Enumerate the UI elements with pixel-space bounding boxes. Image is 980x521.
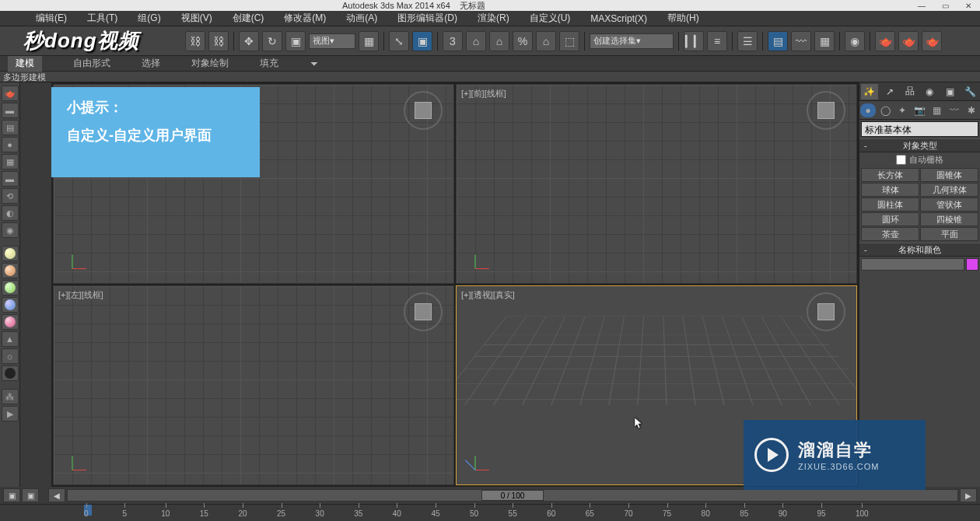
viewcube-top[interactable]: [404, 91, 443, 130]
vp-left-label[interactable]: [+][左][线框]: [58, 289, 103, 301]
viewcube-front[interactable]: [807, 91, 845, 130]
menu-maxscript[interactable]: MAXScript(X): [583, 13, 655, 24]
primitive-tube-icon[interactable]: [2, 297, 19, 313]
snap-options-button[interactable]: ⬚: [559, 31, 579, 51]
tab-objectpaint[interactable]: 对象绘制: [191, 57, 229, 70]
geometry-icon[interactable]: ●: [860, 103, 876, 117]
spacewarps-icon[interactable]: 〰: [947, 103, 962, 117]
sphere-button[interactable]: 球体: [861, 183, 919, 197]
render-setup-button[interactable]: 🫖: [875, 31, 895, 51]
utilities-tab-icon[interactable]: 🔧: [961, 84, 978, 100]
link-button[interactable]: ⛓: [185, 31, 205, 51]
curveeditor-button[interactable]: 〰: [791, 31, 811, 51]
menu-views[interactable]: 视图(V): [173, 12, 220, 25]
box-preset-icon[interactable]: ▬: [2, 103, 19, 118]
time-slider-track[interactable]: 0 / 100: [67, 489, 958, 502]
helpers-icon[interactable]: ▦: [929, 103, 945, 117]
modify-tab-icon[interactable]: ↗: [881, 84, 898, 100]
layer-manager-button[interactable]: ☰: [737, 31, 758, 51]
rollout-name-color[interactable]: 名称和颜色: [859, 243, 980, 257]
menu-help[interactable]: 帮助(H): [660, 12, 707, 25]
menu-grapheditors[interactable]: 图形编辑器(D): [390, 12, 465, 25]
select-window-button[interactable]: ▣: [412, 31, 432, 51]
cone-button[interactable]: 圆锥体: [920, 168, 978, 182]
motion-tab-icon[interactable]: ◉: [921, 84, 938, 100]
lights-icon[interactable]: ✦: [894, 103, 910, 117]
menu-group[interactable]: 组(G): [130, 12, 168, 25]
primitive-torus-icon[interactable]: [2, 314, 19, 330]
teapot-button[interactable]: 茶壶: [861, 227, 919, 241]
paint-preset-icon[interactable]: ⟲: [2, 188, 19, 204]
schematic-button[interactable]: ▦: [814, 31, 835, 51]
menu-edit[interactable]: 编辑(E): [28, 12, 75, 25]
cylinder-preset-icon[interactable]: ▤: [2, 120, 19, 135]
display-tab-icon[interactable]: ▣: [941, 84, 958, 100]
primitive-pyramid-icon[interactable]: ▲: [2, 331, 19, 347]
teapot-preset-icon[interactable]: 🫖: [2, 86, 19, 101]
align-button[interactable]: ≡: [707, 31, 727, 51]
spinner-snap-button[interactable]: %: [513, 31, 533, 51]
plane-preset-icon[interactable]: ▬: [2, 171, 19, 187]
ref-coord-dropdown[interactable]: 视图 ▾: [309, 33, 355, 49]
select-manipulate-button[interactable]: ⤡: [389, 31, 409, 51]
vp-persp-label[interactable]: [+][透视][真实]: [461, 289, 515, 301]
select-scale-button[interactable]: ▣: [285, 31, 306, 51]
menu-rendering[interactable]: 渲染(R): [470, 12, 517, 25]
primitive-geo-icon[interactable]: [2, 280, 19, 295]
category-dropdown[interactable]: 标准基本体: [861, 121, 978, 137]
menu-tools[interactable]: 工具(T): [79, 12, 125, 25]
named-selection-set[interactable]: 创建选择集 ▾: [590, 33, 674, 49]
mirror-button[interactable]: ▎▎: [684, 31, 704, 51]
unlink-button[interactable]: ⛓: [208, 31, 229, 51]
select-move-button[interactable]: ✥: [239, 31, 259, 51]
cameras-icon[interactable]: 📷: [912, 103, 927, 117]
primitive-black-icon[interactable]: [2, 365, 19, 381]
tab-freeform[interactable]: 自由形式: [73, 57, 110, 70]
snap-toggle-button[interactable]: ⌂: [536, 31, 556, 51]
angle-snap-button[interactable]: ⌂: [466, 31, 486, 51]
primitive-cone-icon[interactable]: [2, 263, 19, 278]
viewport-front[interactable]: [+][前][线框]: [456, 84, 857, 284]
cylinder-button[interactable]: 圆柱体: [861, 198, 919, 212]
menu-animation[interactable]: 动画(A): [338, 12, 385, 25]
render-button[interactable]: 🫖: [922, 31, 942, 51]
shapes-icon[interactable]: ◯: [877, 103, 893, 117]
pyramid-button[interactable]: 四棱锥: [920, 212, 978, 226]
use-pivot-button[interactable]: ▦: [359, 31, 379, 51]
grid-preset-icon[interactable]: ▦: [2, 154, 19, 170]
geosphere-button[interactable]: 几何球体: [920, 183, 978, 197]
shapes-icon[interactable]: ◉: [2, 222, 19, 238]
object-color-swatch[interactable]: [966, 258, 978, 271]
time-slider-thumb[interactable]: 0 / 100: [481, 490, 544, 501]
create-tab-icon[interactable]: ✨: [861, 84, 878, 100]
close-button[interactable]: ✕: [957, 0, 980, 11]
box-button[interactable]: 长方体: [861, 168, 919, 182]
snap-3-button[interactable]: 3: [443, 31, 463, 51]
timeline-ruler[interactable]: 0510152025303540455055606570758085909510…: [0, 504, 980, 519]
material-editor-button[interactable]: ◉: [845, 31, 865, 51]
menu-create[interactable]: 创建(C): [225, 12, 272, 25]
tab-modeling[interactable]: 建模: [8, 55, 42, 72]
maximize-button[interactable]: ▭: [933, 0, 957, 11]
object-name-input[interactable]: [861, 258, 964, 271]
tube-button[interactable]: 管状体: [920, 198, 978, 212]
auto-grid-checkbox[interactable]: [896, 155, 906, 165]
arc-preset-icon[interactable]: ◐: [2, 205, 19, 221]
percent-snap-button[interactable]: ⌂: [489, 31, 509, 51]
play-icon[interactable]: ▶: [2, 406, 19, 421]
rendered-frame-button[interactable]: 🫖: [898, 31, 919, 51]
plane-button[interactable]: 平面: [920, 227, 978, 241]
torus-button[interactable]: 圆环: [861, 212, 919, 226]
vp-front-label[interactable]: [+][前][线框]: [461, 88, 506, 100]
menu-modifiers[interactable]: 修改器(M): [276, 12, 334, 25]
primitive-sphere-icon[interactable]: [2, 246, 19, 261]
slider-prev-button[interactable]: ◀: [48, 488, 65, 502]
menu-customize[interactable]: 自定义(U): [522, 12, 579, 25]
rollout-object-type[interactable]: 对象类型: [859, 138, 980, 152]
viewcube-persp[interactable]: [807, 292, 845, 331]
tab-selection[interactable]: 选择: [142, 57, 160, 70]
mini-curve-icon[interactable]: ▣: [3, 488, 20, 502]
hierarchy-tab-icon[interactable]: 品: [901, 84, 919, 100]
primitive-sun-icon[interactable]: ☼: [2, 348, 19, 364]
sphere-preset-icon[interactable]: ●: [2, 137, 19, 152]
